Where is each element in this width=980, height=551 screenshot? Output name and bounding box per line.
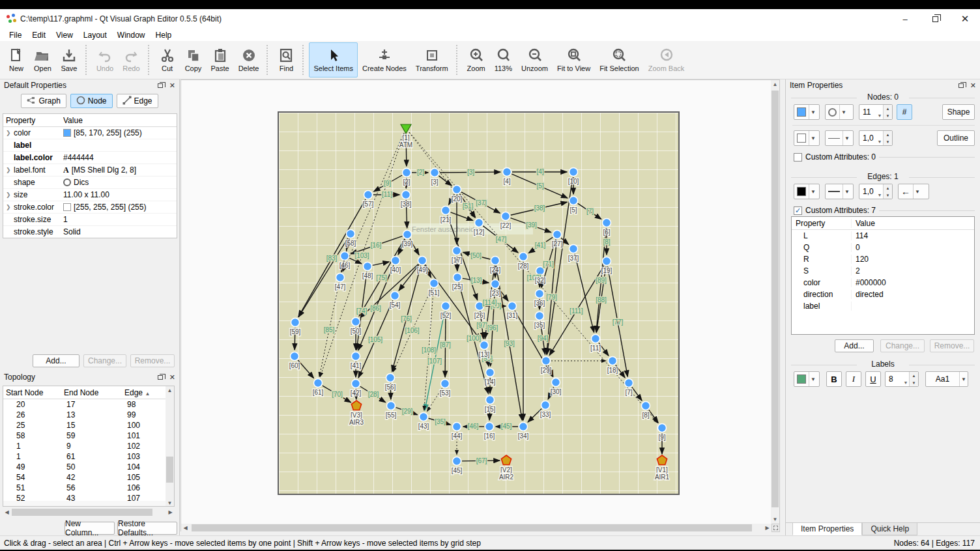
graph-node-15[interactable] bbox=[486, 396, 495, 404]
graph-node-V3[interactable] bbox=[351, 401, 361, 410]
graph-node-46[interactable] bbox=[341, 252, 349, 261]
graph-edge[interactable] bbox=[373, 262, 389, 265]
toolbar-zoomlevel-button[interactable]: 113% bbox=[490, 42, 517, 78]
graph-node-12[interactable] bbox=[475, 219, 483, 227]
graph-node-59[interactable] bbox=[291, 318, 300, 327]
bold-button[interactable]: B bbox=[826, 371, 842, 387]
topology-row[interactable]: 19102 bbox=[3, 441, 174, 451]
tab-item-properties[interactable]: Item Properties bbox=[792, 523, 862, 535]
graph-node-17[interactable] bbox=[453, 247, 461, 255]
graph-node-23[interactable] bbox=[491, 280, 500, 289]
label-size-spinner[interactable]: 8 ▼ ▲▼ bbox=[885, 371, 919, 387]
graph-node-42[interactable] bbox=[352, 380, 360, 388]
toolbar-delete-button[interactable]: Delete bbox=[234, 42, 264, 78]
fit-corner-button[interactable] bbox=[771, 524, 780, 532]
property-row-size[interactable]: ❯size11.00 x 11.00 bbox=[3, 189, 177, 201]
graph-node-55[interactable] bbox=[387, 402, 396, 410]
restore-defaults-button[interactable]: Restore Defaults... bbox=[117, 522, 177, 535]
graph-node-22[interactable] bbox=[502, 212, 510, 221]
end-node-col-header[interactable]: End Node bbox=[61, 388, 122, 397]
graph-node-27[interactable] bbox=[553, 231, 562, 239]
toolbar-unzoom-button[interactable]: Unzoom bbox=[517, 42, 553, 78]
edge-attribute-row[interactable]: L114 bbox=[792, 230, 974, 242]
graph-node-21[interactable] bbox=[442, 206, 450, 215]
attr-prop-col-header[interactable]: Property bbox=[792, 219, 852, 228]
new-column-button[interactable]: New Column... bbox=[65, 522, 115, 535]
edge-line-style-dropdown[interactable]: ▼ bbox=[825, 184, 854, 199]
menu-file[interactable]: File bbox=[4, 30, 27, 40]
edge-attribute-row[interactable]: directiondirected bbox=[792, 289, 974, 300]
graph-edge[interactable] bbox=[450, 212, 472, 221]
graph-node-36[interactable] bbox=[536, 290, 544, 298]
graph-edge[interactable] bbox=[439, 176, 452, 186]
toolbar-fitview-button[interactable]: Fit to View bbox=[553, 42, 595, 78]
graph-edge[interactable] bbox=[298, 360, 313, 378]
toolbar-paste-button[interactable]: Paste bbox=[207, 42, 234, 78]
graph-node-30[interactable] bbox=[552, 378, 560, 387]
graph-node-40[interactable] bbox=[392, 257, 400, 265]
tab-node[interactable]: Node bbox=[70, 94, 113, 108]
node-outline-color-dropdown[interactable]: ▼ bbox=[794, 130, 820, 146]
menu-help[interactable]: Help bbox=[151, 30, 177, 40]
attr-add-button[interactable]: Add... bbox=[835, 339, 874, 352]
menu-window[interactable]: Window bbox=[112, 30, 151, 40]
shape-button[interactable]: Shape bbox=[942, 104, 975, 120]
canvas-vscrollbar[interactable]: ▲ ▼ bbox=[771, 80, 779, 524]
graph-node-33[interactable] bbox=[541, 401, 550, 410]
graph-node-14[interactable] bbox=[486, 369, 495, 377]
toolbar-fitsel-button[interactable]: Fit Selection bbox=[595, 42, 644, 78]
graph-node-5[interactable] bbox=[569, 197, 578, 205]
graph-node-16[interactable] bbox=[485, 423, 494, 431]
node-color-dropdown[interactable]: ▼ bbox=[794, 104, 820, 120]
dp-change-button[interactable]: Change... bbox=[83, 354, 126, 367]
graph-node-52[interactable] bbox=[442, 302, 450, 311]
toolbar-create-button[interactable]: Create Nodes bbox=[358, 42, 411, 78]
property-row-label.font[interactable]: ❯label.fontA[MS Shell Dlg 2, 8] bbox=[3, 164, 177, 177]
topology-vscrollbar[interactable]: ▲ ▼ bbox=[166, 386, 174, 507]
topology-row[interactable]: 2515100 bbox=[3, 420, 174, 431]
graph-node-45[interactable] bbox=[453, 457, 461, 466]
graph-node-60[interactable] bbox=[291, 352, 299, 361]
toolbar-find-button[interactable]: Find bbox=[273, 42, 299, 78]
toolbar-cut-button[interactable]: Cut bbox=[154, 42, 180, 78]
graph-node-54[interactable] bbox=[391, 292, 399, 300]
graph-node-11[interactable] bbox=[592, 335, 600, 343]
dock-close-icon[interactable]: ✕ bbox=[169, 81, 175, 90]
graph-node-49[interactable] bbox=[418, 257, 427, 265]
graph-node-51[interactable] bbox=[430, 279, 439, 288]
graph-node-24[interactable] bbox=[491, 257, 500, 265]
start-node-col-header[interactable]: Start Node bbox=[3, 388, 61, 397]
toolbar-open-button[interactable]: Open bbox=[29, 42, 56, 78]
node-outline-style-dropdown[interactable]: ▼ bbox=[825, 130, 854, 146]
graph-node-13[interactable] bbox=[480, 341, 489, 350]
topology-row[interactable]: 261399 bbox=[3, 410, 174, 420]
dock-close-icon[interactable]: ✕ bbox=[169, 373, 175, 382]
graph-edge[interactable] bbox=[575, 254, 594, 333]
topology-row[interactable]: 5156106 bbox=[3, 483, 174, 493]
topology-row[interactable]: 161103 bbox=[3, 451, 174, 462]
minimize-button[interactable]: – bbox=[890, 9, 920, 29]
graph-node-34[interactable] bbox=[519, 423, 528, 431]
value-col-header[interactable]: Value bbox=[61, 116, 177, 125]
node-outline-width-spinner[interactable]: 1,0 ▼ ▲▼ bbox=[859, 130, 893, 146]
edge-custom-attributes-checkbox[interactable]: ✓ bbox=[794, 206, 802, 215]
graph-node-7[interactable] bbox=[625, 379, 633, 388]
graph-svg[interactable]: [2][3][4][5][38][7][8][9][11][51][37][39… bbox=[279, 113, 678, 494]
graph-canvas[interactable]: Fenster ausschneiden [2][3][4][5][38][7]… bbox=[278, 111, 680, 495]
dock-close-icon[interactable]: ✕ bbox=[970, 81, 976, 90]
tab-quick-help[interactable]: Quick Help bbox=[862, 523, 917, 535]
graph-node-39[interactable] bbox=[403, 231, 412, 239]
property-row-stroke.size[interactable]: stroke.size1 bbox=[3, 214, 177, 226]
property-row-label[interactable]: label bbox=[3, 139, 177, 152]
topology-row[interactable]: 201798 bbox=[3, 399, 174, 410]
attr-change-button[interactable]: Change... bbox=[880, 339, 925, 352]
graph-node-50[interactable] bbox=[352, 318, 360, 326]
restore-button[interactable] bbox=[920, 9, 950, 29]
graph-node-58[interactable] bbox=[347, 230, 355, 238]
toolbar-select-button[interactable]: Select Items bbox=[309, 42, 358, 78]
graph-node-3[interactable] bbox=[431, 169, 439, 177]
graph-node-44[interactable] bbox=[453, 423, 461, 431]
property-row-stroke.style[interactable]: stroke.styleSolid bbox=[3, 226, 177, 238]
graph-node-V2[interactable] bbox=[501, 455, 511, 464]
node-size-spinner[interactable]: 11 ▼ ▲▼ bbox=[859, 104, 893, 120]
